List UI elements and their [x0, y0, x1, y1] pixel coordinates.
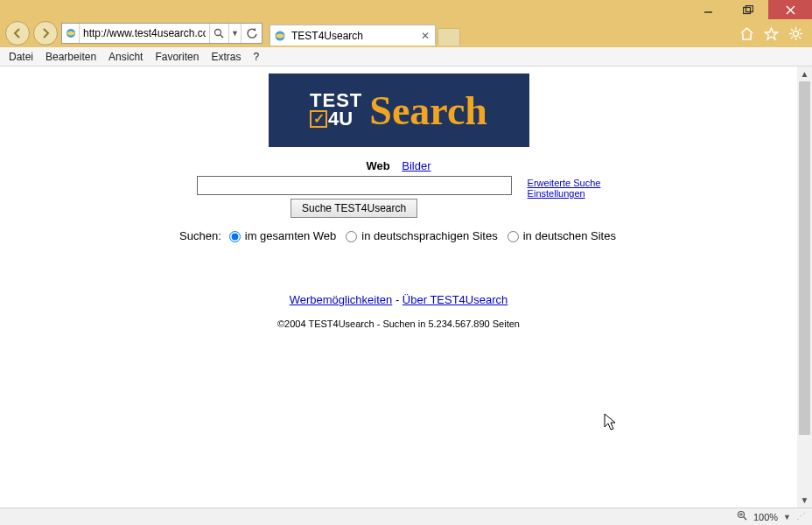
- logo-brand: TEST ✓ 4U: [310, 92, 362, 129]
- scope-radios: Suchen: im gesamten Web in deutschsprach…: [0, 228, 797, 242]
- search-input[interactable]: [197, 176, 512, 195]
- browser-toolbar: ▼ TEST4Usearch ✕: [0, 19, 812, 47]
- tab-title: TEST4Usearch: [291, 30, 414, 42]
- footer-sep: -: [396, 293, 402, 306]
- settings-link[interactable]: Einstellungen: [528, 188, 601, 199]
- scroll-up-icon[interactable]: ▲: [797, 66, 812, 81]
- advanced-search-link[interactable]: Erweiterte Suche: [528, 178, 601, 188]
- resize-grip-icon[interactable]: ⋰: [796, 511, 805, 522]
- address-bar: ▼: [61, 23, 262, 44]
- svg-line-17: [791, 37, 793, 38]
- page-body: TEST ✓ 4U Search Web Bilder Suche TEST4U…: [0, 66, 797, 508]
- scope-radio-de-lang[interactable]: in deutschsprachigen Sites: [341, 228, 497, 242]
- refresh-button[interactable]: [241, 24, 262, 43]
- statusbar: 100% ▼ ⋰: [0, 508, 812, 525]
- menu-bearbeiten[interactable]: Bearbeiten: [46, 51, 96, 63]
- scroll-down-icon[interactable]: ▼: [797, 493, 812, 508]
- svg-rect-2: [746, 5, 753, 11]
- browser-tab[interactable]: TEST4Usearch ✕: [270, 24, 436, 46]
- menu-favoriten[interactable]: Favoriten: [155, 51, 199, 63]
- scope-radio-de-sites[interactable]: in deutschen Sites: [503, 228, 616, 242]
- menubar: Datei Bearbeiten Ansicht Favoriten Extra…: [0, 47, 812, 66]
- footer-links: Werbemöglichkeiten - Über TEST4Usearch: [0, 293, 797, 306]
- ie-icon: [274, 30, 286, 42]
- maximize-button[interactable]: [728, 0, 768, 19]
- forward-button[interactable]: [33, 21, 58, 46]
- window-titlebar: [0, 0, 812, 19]
- tools-icon[interactable]: [788, 25, 803, 41]
- scope-tab-bilder[interactable]: Bilder: [402, 159, 430, 172]
- site-logo: TEST ✓ 4U Search: [269, 74, 529, 147]
- svg-line-19: [744, 517, 746, 520]
- tab-strip: TEST4Usearch ✕: [270, 21, 460, 46]
- tab-close-icon[interactable]: ✕: [419, 30, 431, 42]
- address-dropdown[interactable]: ▼: [228, 24, 241, 43]
- scope-tab-web[interactable]: Web: [366, 159, 389, 172]
- favorites-icon[interactable]: [763, 25, 779, 41]
- vertical-scrollbar[interactable]: ▲ ▼: [797, 66, 812, 508]
- svg-point-6: [215, 29, 221, 35]
- new-tab-button[interactable]: [438, 28, 460, 46]
- logo-word: Search: [369, 88, 487, 134]
- zoom-dropdown-icon[interactable]: ▼: [783, 513, 791, 522]
- ie-page-icon: [62, 24, 80, 43]
- menu-extras[interactable]: Extras: [211, 51, 241, 63]
- scroll-track[interactable]: [797, 81, 812, 493]
- scope-radio-de-sites-input[interactable]: [508, 231, 519, 242]
- search-button[interactable]: Suche TEST4Usearch: [290, 199, 417, 218]
- logo-brand-bottom: 4U: [328, 110, 353, 129]
- svg-line-14: [791, 29, 793, 31]
- address-input[interactable]: [80, 24, 209, 43]
- menu-help[interactable]: ?: [253, 51, 259, 63]
- address-search-icon[interactable]: [209, 24, 228, 43]
- toolbar-right: [738, 25, 808, 41]
- svg-line-7: [220, 35, 223, 38]
- home-icon[interactable]: [738, 25, 754, 41]
- svg-line-16: [799, 29, 801, 31]
- svg-rect-1: [744, 7, 751, 13]
- menu-datei[interactable]: Datei: [9, 51, 33, 63]
- close-button[interactable]: [768, 0, 812, 19]
- scope-radio-all-input[interactable]: [229, 231, 241, 242]
- scope-tabs: Web Bilder: [0, 159, 797, 172]
- about-link[interactable]: Über TEST4Usearch: [402, 293, 508, 306]
- ads-link[interactable]: Werbemöglichkeiten: [290, 293, 393, 306]
- scope-radio-de-lang-input[interactable]: [346, 231, 357, 242]
- scope-radios-label: Suchen:: [179, 229, 221, 242]
- content-area: TEST ✓ 4U Search Web Bilder Suche TEST4U…: [0, 66, 812, 508]
- zoom-level[interactable]: 100%: [753, 512, 778, 522]
- scroll-thumb[interactable]: [799, 81, 810, 435]
- copyright-text: ©2004 TEST4Usearch - Suchen in 5.234.567…: [0, 318, 797, 329]
- svg-point-9: [793, 31, 798, 36]
- back-button[interactable]: [5, 21, 30, 46]
- minimize-button[interactable]: [688, 0, 728, 19]
- search-side-links: Erweiterte Suche Einstellungen: [528, 178, 601, 199]
- menu-ansicht[interactable]: Ansicht: [108, 51, 143, 63]
- check-icon: ✓: [310, 110, 327, 128]
- search-row: Suche TEST4Usearch Erweiterte Suche Eins…: [0, 176, 797, 218]
- svg-line-15: [799, 37, 801, 38]
- scope-radio-all[interactable]: im gesamten Web: [225, 228, 337, 242]
- zoom-icon[interactable]: [737, 510, 748, 523]
